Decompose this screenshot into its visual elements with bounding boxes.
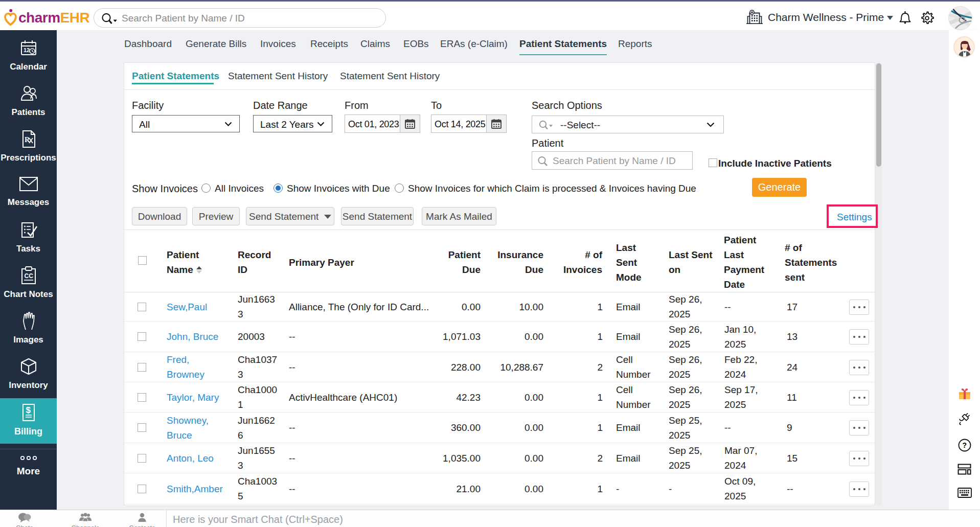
svg-text:CC: CC <box>24 272 33 280</box>
svg-text:?: ? <box>962 441 967 449</box>
svg-text:$: $ <box>26 405 31 415</box>
svg-text:12: 12 <box>24 47 30 53</box>
